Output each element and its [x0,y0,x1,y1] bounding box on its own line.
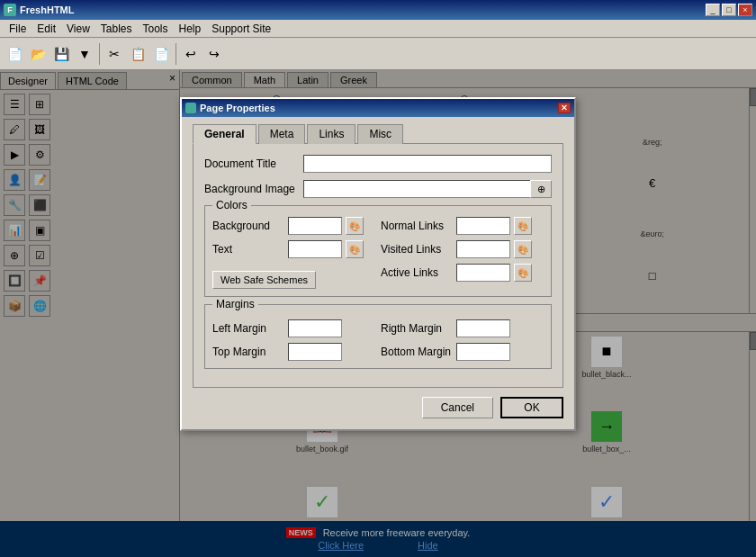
open-file-button[interactable]: 📂 [27,43,49,65]
ok-button[interactable]: OK [500,397,563,418]
document-title-label: Document Title [204,157,303,170]
dialog-tab-meta[interactable]: Meta [258,124,306,144]
dialog-title: Page Properties [200,103,275,113]
menu-view[interactable]: View [61,21,95,37]
background-color-label: Background [212,220,284,232]
document-title-row: Document Title [204,155,552,173]
bottom-margin-label: Bottom Margin [381,346,453,358]
close-button[interactable]: × [738,4,752,16]
modal-overlay: Page Properties ✕ General Meta Links Mis… [0,70,756,557]
cancel-button[interactable]: Cancel [422,397,493,418]
cut-button[interactable]: ✂ [104,43,125,65]
dialog-footer: Cancel OK [193,397,563,418]
dialog-title-bar: Page Properties ✕ [182,99,574,117]
page-properties-dialog: Page Properties ✕ General Meta Links Mis… [180,97,576,431]
left-margin-row: Left Margin [212,319,375,337]
dialog-icon [185,103,196,113]
background-image-row: Background Image ⊕ [204,180,552,198]
top-margin-input[interactable] [288,343,342,361]
top-margin-label: Top Margin [212,346,284,358]
menu-bar: File Edit View Tables Tools Help Support… [0,20,756,38]
redo-button[interactable]: ↪ [203,43,225,65]
text-color-box[interactable] [288,240,342,258]
active-links-picker-button[interactable]: 🎨 [514,264,532,282]
menu-help[interactable]: Help [174,21,207,37]
menu-file[interactable]: File [4,21,32,37]
background-image-label: Background Image [204,183,303,195]
background-color-box[interactable] [288,217,342,235]
app-title: FreshHTML [20,4,75,15]
paste-button[interactable]: 📄 [150,43,172,65]
normal-links-picker-button[interactable]: 🎨 [514,217,532,235]
dialog-tabs: General Meta Links Misc [193,124,563,144]
normal-links-color-box[interactable] [456,217,510,235]
active-links-color-box[interactable] [456,264,510,282]
separator-2 [176,43,176,65]
document-title-input[interactable] [303,155,552,173]
visited-links-label: Visited Links [381,243,453,256]
top-margin-row: Top Margin [212,343,375,361]
separator-1 [99,43,100,65]
title-bar: F FreshHTML _ □ × [0,0,756,20]
right-margin-row: Rigth Margin [381,319,544,337]
menu-tools[interactable]: Tools [138,21,174,37]
dialog-tab-content: Document Title Background Image ⊕ Colors [193,143,563,388]
colors-grid: Background 🎨 Text 🎨 [212,217,544,289]
background-color-row: Background 🎨 [212,217,375,235]
save-file-button[interactable]: 💾 [50,43,72,65]
visited-links-color-box[interactable] [456,240,510,258]
active-links-label: Active Links [381,266,453,279]
minimize-button[interactable]: _ [706,4,720,16]
menu-support[interactable]: Support Site [206,21,276,37]
copy-button[interactable]: 📋 [127,43,148,65]
new-file-button[interactable]: 📄 [4,43,25,65]
app-icon: F [4,4,16,16]
dialog-body: General Meta Links Misc Document Title B… [182,117,574,429]
main-area: Designer HTML Code × ☰ ⊞ 🖊 🖼 ▶ ⚙ 👤 📝 🔧 [0,70,756,557]
window-controls[interactable]: _ □ × [706,4,752,16]
background-image-field: ⊕ [303,180,552,198]
bottom-margin-row: Bottom Margin [381,343,544,361]
menu-tables[interactable]: Tables [95,21,138,37]
web-safe-button[interactable]: Web Safe Schemes [212,271,316,289]
active-links-row: Active Links 🎨 [381,264,544,282]
margins-grid: Left Margin Rigth Margin Top Margin [212,319,544,361]
text-color-picker-button[interactable]: 🎨 [346,240,364,258]
normal-links-label: Normal Links [381,220,453,232]
visited-links-picker-button[interactable]: 🎨 [514,240,532,258]
dropdown-button[interactable]: ▼ [74,43,95,65]
toolbar: 📄 📂 💾 ▼ ✂ 📋 📄 ↩ ↪ [0,38,756,70]
colors-label: Colors [212,199,251,211]
background-image-input[interactable] [303,180,530,198]
browse-button[interactable]: ⊕ [530,180,552,198]
text-color-row: Text 🎨 [212,240,375,258]
bottom-margin-input[interactable] [456,343,510,361]
maximize-button[interactable]: □ [722,4,736,16]
margins-section: Margins Left Margin Rigth Margin [204,304,552,369]
right-margin-input[interactable] [456,319,510,337]
margins-label: Margins [212,298,258,310]
colors-section: Colors Background 🎨 Text [204,205,552,297]
background-color-picker-button[interactable]: 🎨 [346,217,364,235]
dialog-tab-general[interactable]: General [193,124,256,144]
dialog-tab-misc[interactable]: Misc [357,124,403,144]
normal-links-row: Normal Links 🎨 [381,217,544,235]
right-margin-label: Rigth Margin [381,322,453,335]
undo-button[interactable]: ↩ [180,43,202,65]
menu-edit[interactable]: Edit [32,21,61,37]
left-margin-label: Left Margin [212,322,284,335]
visited-links-row: Visited Links 🎨 [381,240,544,258]
dialog-close-button[interactable]: ✕ [558,103,571,113]
dialog-tab-links[interactable]: Links [307,124,356,144]
left-margin-input[interactable] [288,319,342,337]
text-color-label: Text [212,243,284,256]
